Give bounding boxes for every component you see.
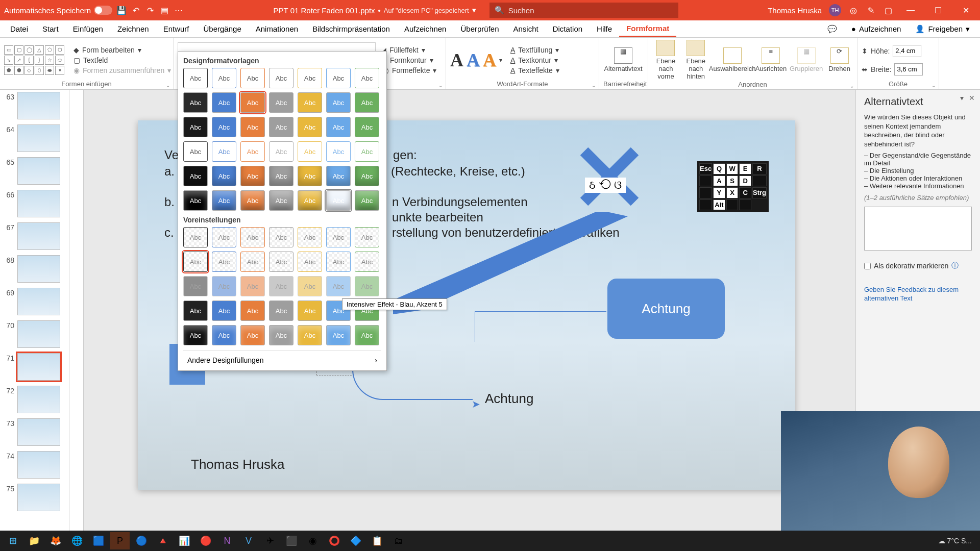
height-input[interactable]: [893, 45, 921, 57]
thumb-74[interactable]: [17, 451, 60, 479]
style-swatch[interactable]: Abc: [212, 166, 236, 186]
thumb-73[interactable]: [17, 418, 60, 446]
edit-shape-button[interactable]: ◆ Form bearbeiten ▾: [71, 45, 173, 55]
send-backward-button[interactable]: Ebene nach hinten: [682, 40, 709, 81]
tab-animationen[interactable]: Animationen: [249, 20, 305, 37]
wordart-a3[interactable]: A: [483, 49, 496, 71]
text-fill-button[interactable]: A Textfüllung ▾: [508, 45, 561, 55]
style-swatch[interactable]: Abc: [183, 276, 208, 296]
more-fills-button[interactable]: Andere Designfüllungen›: [183, 350, 381, 369]
style-swatch[interactable]: Abc: [326, 252, 351, 272]
style-swatch[interactable]: Abc: [240, 190, 265, 211]
style-swatch[interactable]: Abc: [212, 252, 236, 272]
style-swatch[interactable]: Abc: [326, 117, 351, 137]
style-swatch[interactable]: Abc: [183, 68, 208, 88]
maximize-button[interactable]: ☐: [928, 6, 948, 15]
style-swatch[interactable]: Abc: [326, 92, 351, 113]
thumb-66[interactable]: [17, 190, 60, 217]
style-swatch[interactable]: Abc: [269, 92, 293, 113]
style-swatch[interactable]: Abc: [269, 276, 293, 296]
style-swatch[interactable]: Abc: [269, 252, 293, 272]
windows-taskbar[interactable]: ⊞ 📁 🦊 🌐 🟦 P 🔵 🔺 📊 🔴 N V ✈ ⬛ ◉ ⭕ 🔷 📋 🗂 ☁ …: [0, 531, 980, 551]
tab-bildschirm[interactable]: Bildschirmpräsentation: [305, 20, 397, 37]
thumb-65[interactable]: [17, 157, 60, 185]
thumb-71[interactable]: [17, 353, 60, 381]
style-swatch[interactable]: Abc: [183, 252, 208, 272]
style-swatch[interactable]: Abc: [240, 325, 265, 345]
tab-dictation[interactable]: Dictation: [546, 20, 590, 37]
thumb-67[interactable]: [17, 222, 60, 250]
tb-app5[interactable]: ◉: [303, 532, 323, 549]
style-swatch[interactable]: Abc: [355, 166, 379, 186]
style-swatch[interactable]: Abc: [326, 141, 351, 162]
style-swatch[interactable]: Abc: [355, 227, 379, 247]
style-swatch[interactable]: Abc: [326, 68, 351, 88]
style-swatch[interactable]: Abc: [269, 300, 293, 321]
tb-app6[interactable]: ⭕: [325, 532, 344, 549]
style-swatch[interactable]: Abc: [183, 300, 208, 321]
pane-close-icon[interactable]: ✕: [969, 94, 975, 102]
style-swatch[interactable]: Abc: [183, 141, 208, 162]
tb-vlc[interactable]: 🔺: [153, 532, 173, 549]
thumb-72[interactable]: [17, 386, 60, 413]
style-swatch[interactable]: Abc: [240, 300, 265, 321]
user-avatar[interactable]: TH: [829, 4, 841, 16]
feedback-link[interactable]: Geben Sie Feedback zu diesem alternative…: [864, 286, 972, 303]
style-swatch[interactable]: Abc: [240, 141, 265, 162]
style-swatch[interactable]: Abc: [240, 92, 265, 113]
selection-pane-button[interactable]: Auswahlbereich: [713, 47, 752, 73]
tab-start[interactable]: Start: [35, 20, 66, 37]
align-button[interactable]: ≡Ausrichten: [755, 47, 787, 73]
style-swatch[interactable]: Abc: [212, 92, 236, 113]
tb-app3[interactable]: 🔴: [196, 532, 215, 549]
bring-forward-button[interactable]: Ebene nach vorne: [652, 40, 679, 81]
style-swatch[interactable]: Abc: [298, 190, 322, 211]
thumb-75[interactable]: [17, 484, 60, 511]
rotate-button[interactable]: ⟳Drehen: [826, 47, 853, 73]
style-swatch[interactable]: Abc: [355, 141, 379, 162]
wordart-a1[interactable]: A: [450, 49, 463, 71]
tab-hilfe[interactable]: Hilfe: [590, 20, 619, 37]
minimize-button[interactable]: —: [900, 6, 921, 15]
decorative-checkbox[interactable]: Als dekorativ markieren ⓘ: [864, 261, 972, 270]
shape-rounded-rect[interactable]: Achtung: [607, 279, 725, 339]
style-swatch[interactable]: Abc: [240, 227, 265, 247]
connector-1[interactable]: [475, 311, 606, 342]
style-swatch[interactable]: Abc: [240, 166, 265, 186]
tb-app8[interactable]: 📋: [368, 532, 387, 549]
style-swatch[interactable]: Abc: [183, 166, 208, 186]
style-swatch[interactable]: Abc: [326, 325, 351, 345]
group-button[interactable]: ▦Gruppieren: [790, 47, 823, 73]
style-swatch[interactable]: Abc: [269, 190, 293, 211]
alt-text-button[interactable]: ▦Alternativtext: [603, 47, 643, 73]
style-swatch[interactable]: Abc: [355, 276, 379, 296]
share-button[interactable]: 👤 Freigeben ▾: [908, 24, 977, 34]
style-swatch[interactable]: Abc: [355, 190, 379, 211]
thumb-69[interactable]: [17, 288, 60, 315]
style-swatch[interactable]: Abc: [326, 166, 351, 186]
tb-explorer[interactable]: 📁: [24, 532, 44, 549]
fill-button[interactable]: ◢ Fülleffekt ▾: [379, 45, 438, 55]
style-swatch[interactable]: Abc: [212, 325, 236, 345]
tb-app7[interactable]: 🔷: [346, 532, 365, 549]
text-effects-button[interactable]: A Texteffekte ▾: [508, 66, 561, 75]
style-swatch[interactable]: Abc: [298, 300, 322, 321]
tb-telegram[interactable]: ✈: [260, 532, 280, 549]
style-swatch[interactable]: Abc: [269, 141, 293, 162]
tb-app2[interactable]: 📊: [175, 532, 194, 549]
tab-formformat[interactable]: Formformat: [619, 20, 676, 37]
start-button[interactable]: ⊞: [3, 532, 22, 549]
tb-firefox[interactable]: 🦊: [46, 532, 65, 549]
style-swatch[interactable]: Abc: [212, 190, 236, 211]
style-swatch[interactable]: Abc: [298, 325, 322, 345]
style-swatch[interactable]: Abc: [212, 300, 236, 321]
autosave-toggle[interactable]: [94, 6, 112, 15]
designer-icon[interactable]: ✎: [866, 5, 876, 15]
style-swatch[interactable]: Abc: [240, 276, 265, 296]
style-swatch[interactable]: Abc: [269, 227, 293, 247]
style-swatch[interactable]: Abc: [240, 252, 265, 272]
style-swatch[interactable]: Abc: [212, 227, 236, 247]
record-button[interactable]: ● Aufzeichnen: [844, 24, 909, 33]
wordart-a2[interactable]: A: [467, 49, 480, 71]
tab-entwurf[interactable]: Entwurf: [156, 20, 197, 37]
